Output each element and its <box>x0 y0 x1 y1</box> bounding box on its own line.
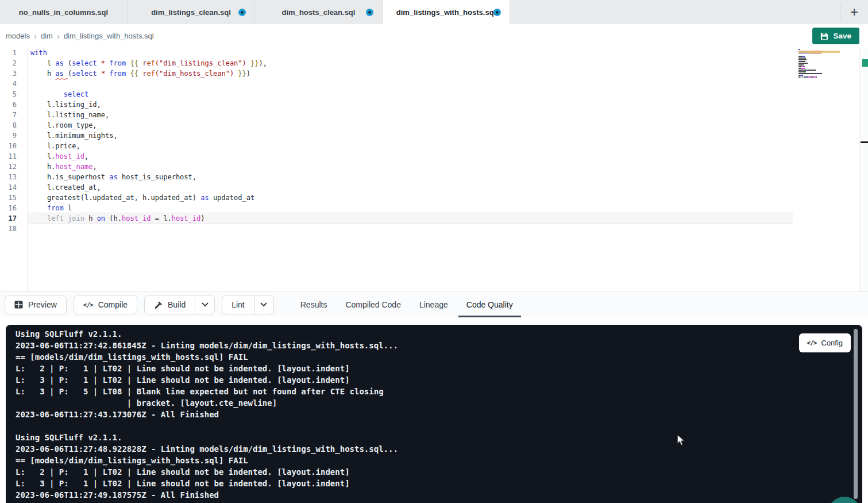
scrollbar-position-marker <box>861 141 868 143</box>
build-label: Build <box>168 300 186 309</box>
minimap-line <box>798 68 840 69</box>
line-number: 5 <box>0 89 27 99</box>
file-tab-label: dim_hosts_clean.sql <box>282 8 356 17</box>
compile-button[interactable]: </> Compile <box>74 295 137 314</box>
line-number: 11 <box>0 151 27 162</box>
breadcrumb-item-dim-listings-with-hosts-sql[interactable]: dim_listings_with_hosts.sql <box>64 32 154 40</box>
breadcrumb-item-dim[interactable]: dim <box>41 32 53 40</box>
tab-results[interactable]: Results <box>300 292 327 317</box>
code-line-15[interactable]: greatest(l.updated_at, h.updated_at) as … <box>28 193 793 203</box>
build-button[interactable]: Build <box>145 295 195 314</box>
floppy-disk-icon <box>820 32 828 40</box>
breadcrumb-item-models[interactable]: models <box>6 32 30 40</box>
config-label: Config <box>821 339 843 347</box>
tab-lineage[interactable]: Lineage <box>419 292 448 317</box>
preview-button[interactable]: Preview <box>5 295 67 314</box>
minimap-highlight <box>798 51 840 53</box>
lint-terminal-panel: Using SQLFluff v2.1.1.2023-06-06T11:27:4… <box>6 325 862 503</box>
file-tab-dim-listings-with-hosts-sql[interactable]: dim_listings_with_hosts.sql <box>383 0 510 24</box>
code-line-17[interactable]: left join h on (h.host_id = l.host_id) <box>28 213 793 224</box>
lint-split-button: Lint <box>222 295 274 314</box>
plus-icon: + <box>850 4 858 20</box>
terminal-line: 2023-06-06T11:27:48.922828Z - Linting mo… <box>16 443 839 455</box>
terminal-line: | bracket. [layout.cte_newline] <box>16 397 839 409</box>
lint-label: Lint <box>232 300 245 309</box>
code-line-14[interactable]: l.created_at, <box>28 182 793 193</box>
line-number: 12 <box>0 162 27 172</box>
minimap-line <box>798 70 840 71</box>
minimap-line <box>798 63 840 64</box>
minimap-line <box>798 78 840 79</box>
editor-scrollbar[interactable] <box>859 48 868 291</box>
code-line-12[interactable]: h.host_name, <box>28 162 793 172</box>
minimap-line <box>798 61 840 62</box>
file-tab-dim-listings-clean-sql[interactable]: dim_listings_clean.sql <box>128 0 255 24</box>
terminal-line: == [models/dim/dim_listings_with_hosts.s… <box>16 455 839 466</box>
hammer-icon <box>154 301 163 309</box>
tab-compiled-code[interactable]: Compiled Code <box>345 292 401 317</box>
tab-code-quality[interactable]: Code Quality <box>466 292 513 317</box>
code-line-11[interactable]: l.host_id, <box>28 151 793 162</box>
terminal-line: Using SQLFluff v2.1.1. <box>16 432 839 443</box>
result-tab-list: ResultsCompiled CodeLineageCode Quality <box>300 292 513 317</box>
code-line-3[interactable]: h as (select * from {{ ref("dim_hosts_cl… <box>28 68 793 79</box>
save-button[interactable]: Save <box>812 28 859 44</box>
line-number: 18 <box>0 224 27 234</box>
code-line-7[interactable]: l.listing_name, <box>28 110 793 120</box>
code-line-16[interactable]: from l <box>28 203 793 213</box>
terminal-line: 2023-06-06T11:27:42.861845Z - Linting mo… <box>16 340 839 351</box>
line-number: 2 <box>0 58 27 68</box>
config-button[interactable]: </> Config <box>799 333 851 352</box>
file-tab-list: no_nulls_in_columns.sqldim_listings_clea… <box>0 0 510 24</box>
file-tab-dim-hosts-clean-sql[interactable]: dim_hosts_clean.sql <box>255 0 383 24</box>
minimap-line <box>798 54 840 55</box>
code-line-13[interactable]: h.is_superhost as host_is_superhost, <box>28 172 793 182</box>
chevron-down-icon <box>202 302 209 307</box>
lint-dropdown-button[interactable] <box>254 295 273 314</box>
minimap-line <box>798 76 840 78</box>
breadcrumb-separator-icon: › <box>57 31 60 41</box>
code-brackets-icon: </> <box>807 339 817 347</box>
terminal-line: 2023-06-06T11:27:43.173076Z - All Finish… <box>16 409 839 420</box>
line-number: 16 <box>0 203 27 213</box>
line-number: 6 <box>0 99 27 110</box>
terminal-line: L: 2 | P: 1 | LT02 | Line should not be … <box>16 466 839 478</box>
code-line-9[interactable]: l.minimum_nights, <box>28 130 793 141</box>
action-toolbar: Preview </> Compile Build <box>0 291 868 317</box>
code-line-1[interactable]: with <box>28 48 793 58</box>
minimap-line <box>798 73 840 74</box>
file-tab-bar: no_nulls_in_columns.sqldim_listings_clea… <box>0 0 868 24</box>
terminal-line: L: 2 | P: 1 | LT02 | Line should not be … <box>16 363 839 374</box>
compile-label: Compile <box>98 300 128 309</box>
file-tab-no-nulls-in-columns-sql[interactable]: no_nulls_in_columns.sql <box>0 0 128 24</box>
scrollbar-change-marker <box>862 59 868 67</box>
file-tab-label: dim_listings_with_hosts.sql <box>396 8 496 17</box>
terminal-scrollbar[interactable] <box>854 329 858 499</box>
minimap[interactable] <box>798 49 840 80</box>
file-tab-label: no_nulls_in_columns.sql <box>19 8 108 17</box>
lint-button[interactable]: Lint <box>222 295 254 314</box>
code-line-4[interactable] <box>28 79 793 89</box>
code-line-10[interactable]: l.price, <box>28 141 793 151</box>
terminal-line: == [models/dim/dim_listings_with_hosts.s… <box>16 351 839 363</box>
code-line-18[interactable] <box>28 224 793 234</box>
code-line-5[interactable]: select <box>28 89 793 99</box>
tab-spacer <box>510 0 840 24</box>
breadcrumb-bar: models›dim›dim_listings_with_hosts.sql S… <box>0 24 868 48</box>
minimap-line <box>798 75 840 76</box>
minimap-line <box>798 57 840 59</box>
code-line-6[interactable]: l.listing_id, <box>28 99 793 110</box>
breadcrumb-separator-icon: › <box>34 31 37 41</box>
line-number: 9 <box>0 130 27 141</box>
code-editor[interactable]: 123456789101112131415161718 with l as (s… <box>0 48 868 291</box>
terminal-line <box>16 420 839 432</box>
unsaved-changes-icon <box>366 9 373 16</box>
table-grid-icon <box>14 301 23 309</box>
new-tab-button[interactable]: + <box>840 0 868 24</box>
save-label: Save <box>833 32 851 40</box>
code-line-8[interactable]: l.room_type, <box>28 120 793 130</box>
line-number-gutter: 123456789101112131415161718 <box>0 48 28 291</box>
build-dropdown-button[interactable] <box>195 295 214 314</box>
code-line-2[interactable]: l as (select * from {{ ref("dim_listings… <box>28 58 793 68</box>
minimap-line <box>798 64 840 66</box>
